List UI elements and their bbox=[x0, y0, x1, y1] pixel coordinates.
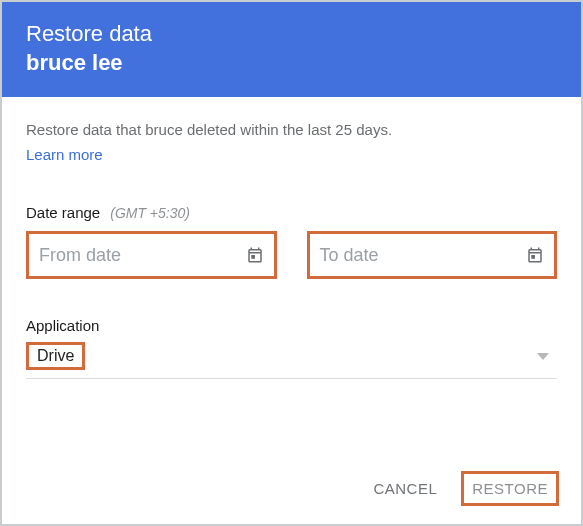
from-date-input[interactable]: From date bbox=[26, 231, 277, 279]
date-range-label: Date range bbox=[26, 204, 100, 221]
application-section: Application Drive bbox=[26, 317, 557, 379]
date-range-row: From date To date bbox=[26, 231, 557, 279]
description-text: Restore data that bruce deleted within t… bbox=[26, 121, 557, 138]
dialog-header: Restore data bruce lee bbox=[2, 2, 581, 97]
dialog-content: Restore data that bruce deleted within t… bbox=[2, 97, 581, 379]
application-selected-value: Drive bbox=[26, 342, 85, 370]
learn-more-link[interactable]: Learn more bbox=[26, 146, 103, 163]
to-date-input[interactable]: To date bbox=[307, 231, 558, 279]
application-label: Application bbox=[26, 317, 557, 334]
restore-button[interactable]: RESTORE bbox=[461, 471, 559, 506]
application-select[interactable]: Drive bbox=[26, 338, 557, 379]
cancel-button[interactable]: CANCEL bbox=[373, 480, 437, 497]
dialog-footer: CANCEL RESTORE bbox=[373, 471, 559, 506]
dialog-title: Restore data bbox=[26, 20, 557, 49]
calendar-icon bbox=[526, 246, 544, 264]
chevron-down-icon bbox=[537, 353, 549, 360]
dialog-subtitle: bruce lee bbox=[26, 49, 557, 78]
date-range-label-row: Date range (GMT +5:30) bbox=[26, 204, 557, 221]
to-date-placeholder: To date bbox=[320, 245, 379, 266]
timezone-text: (GMT +5:30) bbox=[110, 205, 190, 221]
calendar-icon bbox=[246, 246, 264, 264]
from-date-placeholder: From date bbox=[39, 245, 121, 266]
